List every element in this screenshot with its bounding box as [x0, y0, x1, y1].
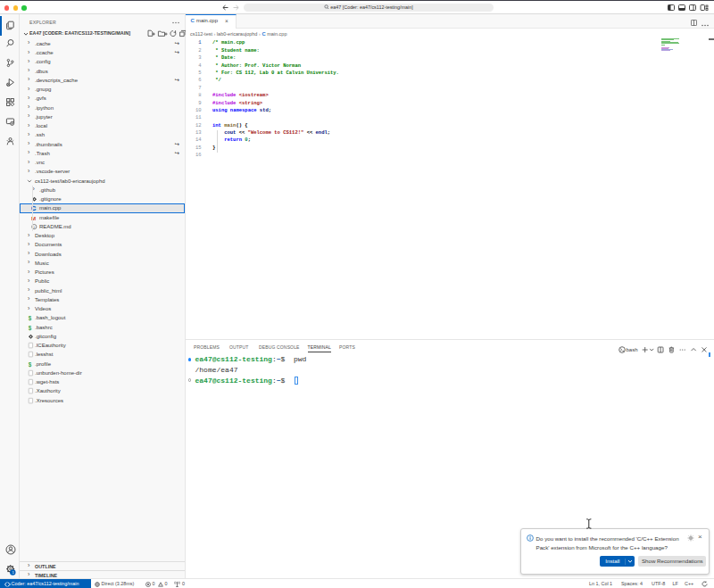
svg-text:$: $ — [28, 360, 31, 368]
svg-text:$: $ — [28, 315, 31, 322]
svg-text:bash: bash — [627, 347, 638, 352]
svg-text:$: $ — [28, 324, 31, 331]
